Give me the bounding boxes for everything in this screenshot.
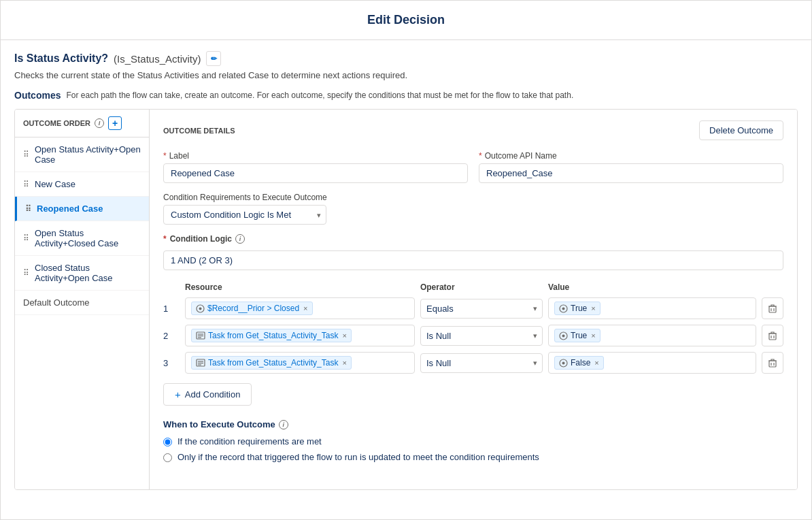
sidebar-item-default-outcome[interactable]: Default Outcome bbox=[15, 291, 149, 315]
edit-icon[interactable]: ✏ bbox=[206, 51, 221, 66]
sidebar-item-reopened-case[interactable]: ⠿ Reopened Case bbox=[15, 197, 149, 221]
condition-row-1: 1 $Record__Prior > Closed × Equals bbox=[163, 297, 783, 319]
sidebar-item-label: Open Status Activity+Open Case bbox=[35, 144, 141, 165]
condition-row-3: 3 Task from Get_Status_Activity_Task × E… bbox=[163, 352, 783, 374]
task-icon-3 bbox=[196, 358, 205, 368]
outcome-sidebar: OUTCOME ORDER i + ⠿ Open Status Activity… bbox=[15, 110, 150, 489]
delete-condition-2[interactable] bbox=[762, 325, 783, 346]
record-icon-1 bbox=[196, 304, 205, 313]
label-field-label: * Label bbox=[163, 151, 468, 161]
api-name-field-label: * Outcome API Name bbox=[479, 151, 783, 161]
sidebar-item-new-case[interactable]: ⠿ New Case bbox=[15, 172, 149, 197]
radio-condition-met[interactable] bbox=[163, 438, 172, 446]
operator-wrapper-3: Equals Not Equal To Is Null Greater Than… bbox=[420, 353, 543, 373]
resource-field-3[interactable]: Task from Get_Status_Activity_Task × bbox=[185, 352, 415, 374]
outcomes-description: For each path the flow can take, create … bbox=[66, 91, 573, 100]
sidebar-item-open-status-open-case[interactable]: ⠿ Open Status Activity+Open Case bbox=[15, 137, 149, 172]
resource-remove-1[interactable]: × bbox=[303, 304, 307, 312]
radio-option-1: If the condition requirements are met bbox=[163, 436, 783, 446]
resource-remove-3[interactable]: × bbox=[342, 359, 346, 367]
api-name-group: * Outcome API Name bbox=[479, 151, 783, 183]
radio-label-2[interactable]: Only if the record that triggered the fl… bbox=[177, 452, 539, 462]
value-remove-3[interactable]: × bbox=[594, 359, 598, 367]
resource-col-header: Resource bbox=[185, 282, 415, 292]
sidebar-item-label: Open Status Activity+Closed Case bbox=[35, 228, 141, 248]
add-condition-button[interactable]: + Add Condition bbox=[163, 383, 252, 406]
outcome-details-label: OUTCOME DETAILS bbox=[163, 127, 235, 135]
svg-point-3 bbox=[562, 307, 565, 310]
resource-text-2: Task from Get_Status_Activity_Task bbox=[208, 331, 338, 340]
required-star: * bbox=[163, 234, 167, 244]
value-icon-1 bbox=[559, 304, 568, 313]
drag-handle-icon: ⠿ bbox=[23, 180, 29, 189]
svg-rect-4 bbox=[769, 306, 776, 312]
operator-select-3[interactable]: Equals Not Equal To Is Null Greater Than… bbox=[420, 353, 543, 373]
resource-field-2[interactable]: Task from Get_Status_Activity_Task × bbox=[185, 325, 415, 346]
condition-num-2: 2 bbox=[163, 331, 180, 341]
condition-row-2: 2 Task from Get_Status_Activity_Task × E… bbox=[163, 325, 783, 346]
radio-record-updated[interactable] bbox=[163, 453, 172, 462]
resource-remove-2[interactable]: × bbox=[342, 331, 346, 340]
resource-pill-2: Task from Get_Status_Activity_Task × bbox=[191, 329, 352, 342]
value-col-header: Value bbox=[548, 282, 755, 292]
sidebar-item-open-status-closed-case[interactable]: ⠿ Open Status Activity+Closed Case bbox=[15, 221, 149, 256]
delete-condition-1[interactable] bbox=[762, 297, 783, 319]
add-outcome-button[interactable]: + bbox=[108, 116, 122, 130]
value-icon-3 bbox=[559, 359, 568, 368]
api-name-input[interactable] bbox=[479, 163, 783, 183]
operator-select-1[interactable]: Equals Not Equal To Is Null Greater Than… bbox=[420, 299, 543, 319]
operator-col-header: Operator bbox=[420, 282, 543, 292]
value-remove-2[interactable]: × bbox=[591, 331, 595, 340]
value-field-1[interactable]: True × bbox=[548, 297, 756, 319]
sidebar-header: OUTCOME ORDER i + bbox=[15, 110, 149, 137]
required-star: * bbox=[479, 151, 482, 161]
label-input[interactable] bbox=[163, 163, 468, 183]
condition-logic-info-icon[interactable]: i bbox=[235, 234, 245, 244]
value-text-1: True bbox=[571, 304, 587, 313]
value-text-2: True bbox=[571, 331, 587, 340]
sidebar-item-label: Default Outcome bbox=[23, 297, 90, 308]
condition-req-label: Condition Requirements to Execute Outcom… bbox=[163, 193, 783, 202]
condition-logic-input[interactable] bbox=[163, 250, 783, 270]
outcome-order-label: OUTCOME ORDER bbox=[23, 119, 90, 127]
condition-num-3: 3 bbox=[163, 358, 180, 368]
decision-title-text: Is Status Activity? bbox=[14, 52, 108, 65]
trash-icon-3 bbox=[768, 358, 777, 368]
value-field-2[interactable]: True × bbox=[548, 325, 756, 346]
value-pill-1: True × bbox=[554, 302, 600, 315]
value-field-3[interactable]: False × bbox=[548, 352, 756, 374]
trash-icon-1 bbox=[768, 304, 777, 313]
when-execute-section: When to Execute Outcome i If the conditi… bbox=[163, 419, 783, 462]
conditions-table: Resource Operator Value 1 $Record__Prior… bbox=[163, 280, 783, 374]
page-title: Edit Decision bbox=[1, 1, 811, 40]
resource-field-1[interactable]: $Record__Prior > Closed × bbox=[185, 297, 415, 319]
outcome-order-info-icon[interactable]: i bbox=[95, 118, 104, 128]
outcomes-label: Outcomes bbox=[14, 90, 61, 101]
decision-description: Checks the current state of the Status A… bbox=[14, 70, 798, 80]
label-api-name-row: * Label * Outcome API Name bbox=[163, 151, 783, 183]
sidebar-item-label: New Case bbox=[35, 179, 75, 189]
value-remove-1[interactable]: × bbox=[591, 304, 595, 312]
operator-select-2[interactable]: Equals Not Equal To Is Null Greater Than… bbox=[420, 326, 543, 346]
label-group: * Label bbox=[163, 151, 468, 183]
delete-outcome-button[interactable]: Delete Outcome bbox=[699, 120, 783, 140]
radio-label-1[interactable]: If the condition requirements are met bbox=[177, 436, 322, 446]
when-execute-info-icon[interactable]: i bbox=[279, 420, 288, 429]
svg-rect-13 bbox=[769, 334, 776, 340]
drag-handle-icon: ⠿ bbox=[23, 150, 29, 159]
detail-panel-header: OUTCOME DETAILS Delete Outcome bbox=[163, 120, 783, 140]
svg-point-21 bbox=[562, 361, 565, 364]
operator-wrapper-1: Equals Not Equal To Is Null Greater Than… bbox=[420, 299, 543, 319]
radio-option-2: Only if the record that triggered the fl… bbox=[163, 452, 783, 462]
value-pill-3: False × bbox=[554, 356, 604, 370]
condition-logic-label: * Condition Logic i bbox=[163, 234, 783, 244]
conditions-header-row: Resource Operator Value bbox=[163, 280, 783, 295]
svg-rect-22 bbox=[769, 361, 776, 367]
drag-handle-icon: ⠿ bbox=[23, 268, 29, 278]
when-execute-title: When to Execute Outcome i bbox=[163, 419, 783, 429]
delete-condition-3[interactable] bbox=[762, 352, 783, 374]
outcomes-header: Outcomes For each path the flow can take… bbox=[14, 90, 798, 101]
sidebar-item-closed-status-open-case[interactable]: ⠿ Closed Status Activity+Open Case bbox=[15, 256, 149, 291]
condition-req-select[interactable]: All Conditions Are Met Any Condition Is … bbox=[163, 205, 326, 225]
add-condition-label: Add Condition bbox=[185, 389, 241, 400]
